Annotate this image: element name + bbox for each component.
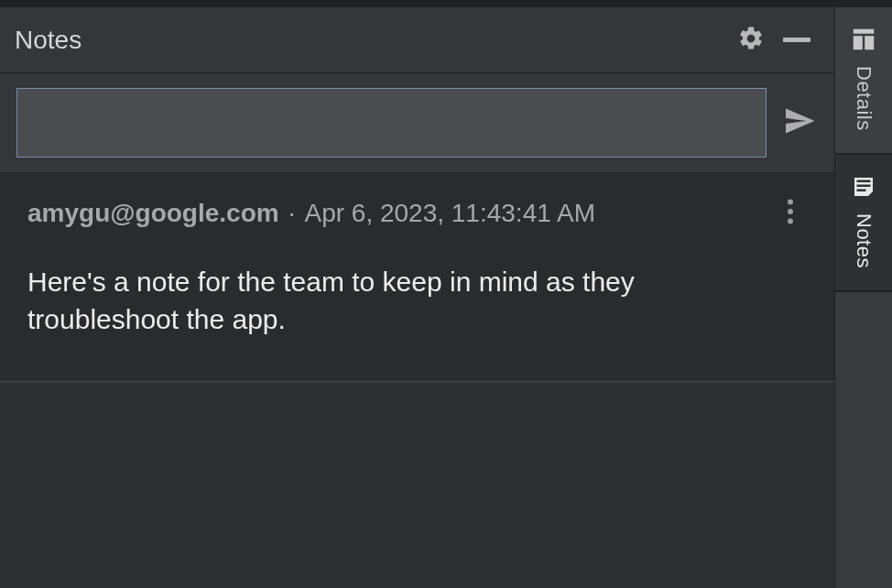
send-icon: [783, 104, 816, 141]
tab-label-notes: Notes: [852, 213, 876, 268]
note-header: amygu@google.com · Apr 6, 2023, 11:43:41…: [27, 195, 809, 232]
tab-details[interactable]: Details: [835, 7, 892, 155]
panel-empty-area: [0, 382, 834, 588]
note-separator: ·: [288, 199, 296, 228]
compose-row: [0, 73, 834, 173]
panel-header: Notes: [0, 7, 834, 73]
side-tabs: Details Notes: [834, 7, 892, 588]
send-button[interactable]: [774, 97, 825, 148]
note-item: amygu@google.com · Apr 6, 2023, 11:43:41…: [0, 173, 834, 382]
note-body: Here's a note for the team to keep in mi…: [27, 263, 742, 339]
note-author: amygu@google.com: [27, 199, 279, 228]
app-root: Notes amygu@google.com · Apr 6,: [0, 0, 892, 588]
settings-button[interactable]: [728, 17, 774, 63]
vertical-dots-icon: [787, 199, 794, 228]
svg-point-0: [788, 199, 793, 204]
table-icon: [850, 26, 877, 57]
svg-point-2: [788, 218, 793, 223]
note-icon: [850, 173, 877, 204]
minimize-button[interactable]: [774, 17, 820, 63]
tab-label-details: Details: [852, 66, 876, 131]
note-menu-button[interactable]: [772, 195, 809, 232]
note-timestamp: Apr 6, 2023, 11:43:41 AM: [304, 199, 595, 228]
gear-icon: [737, 25, 765, 56]
panel-title: Notes: [15, 26, 728, 55]
minimize-icon: [783, 38, 810, 42]
tab-notes[interactable]: Notes: [835, 155, 892, 292]
svg-point-1: [788, 209, 793, 214]
note-input[interactable]: [16, 88, 767, 158]
notes-panel: Notes amygu@google.com · Apr 6,: [0, 7, 834, 588]
